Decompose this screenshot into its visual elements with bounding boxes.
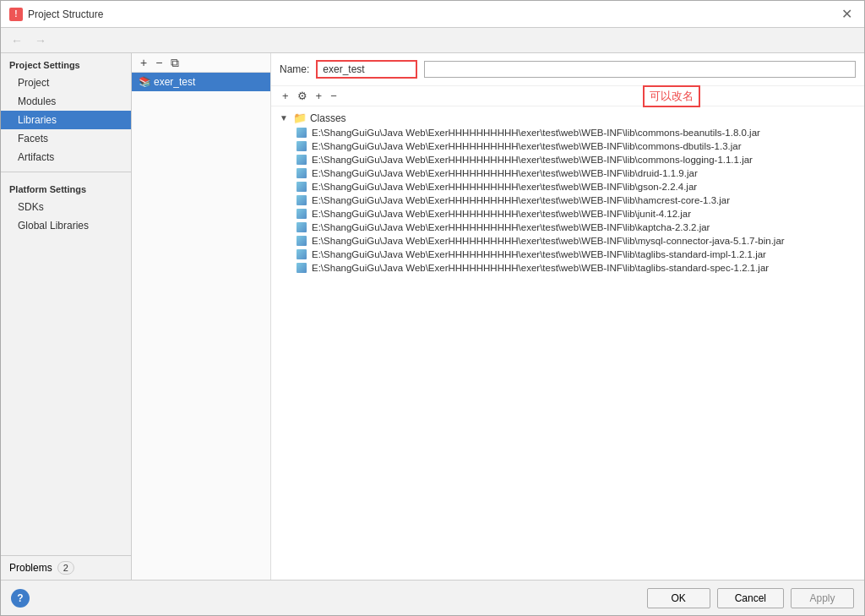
library-icon: 📚 bbox=[139, 76, 150, 88]
name-input-extra[interactable] bbox=[424, 61, 856, 78]
apply-button[interactable]: Apply bbox=[791, 588, 854, 608]
library-detail: 可以改名 Name: + ⚙ + − bbox=[271, 53, 864, 580]
remove-library-button[interactable]: − bbox=[152, 56, 166, 69]
chevron-down-icon: ▼ bbox=[280, 113, 288, 123]
main-panel: + − ⧉ 📚 exer_test 可以改名 Name: bbox=[132, 53, 864, 580]
window-title: Project Structure bbox=[28, 8, 103, 20]
name-row: Name: bbox=[271, 53, 864, 86]
jar-path-9: E:\ShangGuiGu\Java Web\ExerHHHHHHHHHH\ex… bbox=[312, 249, 766, 259]
folder-icon: 📁 bbox=[293, 112, 307, 124]
name-input[interactable] bbox=[316, 60, 417, 79]
tree-child-node: E:\ShangGuiGu\Java Web\ExerHHHHHHHHHH\ex… bbox=[271, 180, 864, 194]
jar-icon-2 bbox=[296, 155, 307, 165]
back-button[interactable]: ← bbox=[8, 32, 26, 49]
jar-icon-10 bbox=[296, 263, 307, 273]
project-settings-title: Project Settings bbox=[1, 53, 131, 74]
title-bar-left: ! Project Structure bbox=[9, 8, 103, 21]
jar-icon-7 bbox=[296, 222, 307, 232]
cancel-button[interactable]: Cancel bbox=[717, 588, 784, 608]
jar-icon-5 bbox=[296, 195, 307, 205]
problems-badge: 2 bbox=[57, 561, 74, 575]
sidebar-item-facets[interactable]: Facets bbox=[1, 129, 131, 148]
jar-path-6: E:\ShangGuiGu\Java Web\ExerHHHHHHHHHH\ex… bbox=[312, 209, 691, 219]
split-panel: + − ⧉ 📚 exer_test 可以改名 Name: bbox=[132, 53, 864, 580]
sidebar-item-global-libraries[interactable]: Global Libraries bbox=[1, 216, 131, 235]
sidebar-item-modules[interactable]: Modules bbox=[1, 92, 131, 111]
tree-child-node: E:\ShangGuiGu\Java Web\ExerHHHHHHHHHH\ex… bbox=[271, 207, 864, 221]
forward-button[interactable]: → bbox=[31, 32, 50, 49]
list-toolbar: + − ⧉ bbox=[132, 53, 270, 73]
jar-path-0: E:\ShangGuiGu\Java Web\ExerHHHHHHHHHH\ex… bbox=[312, 128, 760, 138]
library-item-label: exer_test bbox=[154, 76, 195, 88]
jar-path-2: E:\ShangGuiGu\Java Web\ExerHHHHHHHHHH\ex… bbox=[312, 155, 753, 165]
jar-path-3: E:\ShangGuiGu\Java Web\ExerHHHHHHHHHH\ex… bbox=[312, 168, 698, 178]
library-list: + − ⧉ 📚 exer_test bbox=[132, 53, 271, 580]
content-area: Project Settings Project Modules Librari… bbox=[1, 53, 864, 580]
jar-icon-1 bbox=[296, 141, 307, 151]
sidebar-item-libraries[interactable]: Libraries bbox=[1, 111, 131, 129]
classes-tree: ▼ 📁 Classes E:\ShangGuiGu\Java Web\ExerH… bbox=[271, 106, 864, 580]
jar-path-1: E:\ShangGuiGu\Java Web\ExerHHHHHHHHHH\ex… bbox=[312, 141, 742, 151]
jar-icon-9 bbox=[296, 249, 307, 259]
tree-child-node: E:\ShangGuiGu\Java Web\ExerHHHHHHHHHH\ex… bbox=[271, 126, 864, 139]
nav-bar: ← → bbox=[1, 28, 864, 53]
jar-path-5: E:\ShangGuiGu\Java Web\ExerHHHHHHHHHH\ex… bbox=[312, 195, 730, 205]
app-icon: ! bbox=[9, 8, 23, 21]
tree-child-node: E:\ShangGuiGu\Java Web\ExerHHHHHHHHHH\ex… bbox=[271, 153, 864, 166]
tree-child-node: E:\ShangGuiGu\Java Web\ExerHHHHHHHHHH\ex… bbox=[271, 261, 864, 275]
sidebar-item-artifacts[interactable]: Artifacts bbox=[1, 148, 131, 166]
tree-child-node: E:\ShangGuiGu\Java Web\ExerHHHHHHHHHH\ex… bbox=[271, 194, 864, 207]
add-library-button[interactable]: + bbox=[137, 56, 150, 69]
jar-icon-6 bbox=[296, 209, 307, 219]
help-button[interactable]: ? bbox=[11, 589, 30, 608]
library-list-item[interactable]: 📚 exer_test bbox=[132, 73, 270, 91]
jar-icon-8 bbox=[296, 236, 307, 246]
tree-add2-button[interactable]: + bbox=[313, 89, 325, 103]
tree-child-node: E:\ShangGuiGu\Java Web\ExerHHHHHHHHHH\ex… bbox=[271, 139, 864, 153]
jar-path-10: E:\ShangGuiGu\Java Web\ExerHHHHHHHHHH\ex… bbox=[312, 263, 769, 273]
copy-library-button[interactable]: ⧉ bbox=[167, 56, 182, 69]
problems-label: Problems bbox=[9, 562, 52, 574]
tree-root-node: ▼ 📁 Classes bbox=[271, 110, 864, 126]
sidebar-item-sdks[interactable]: SDKs bbox=[1, 198, 131, 216]
tree-child-node: E:\ShangGuiGu\Java Web\ExerHHHHHHHHHH\ex… bbox=[271, 221, 864, 234]
close-button[interactable]: ✕ bbox=[838, 8, 856, 21]
sidebar: Project Settings Project Modules Librari… bbox=[1, 53, 132, 580]
jar-path-4: E:\ShangGuiGu\Java Web\ExerHHHHHHHHHH\ex… bbox=[312, 182, 697, 192]
title-bar: ! Project Structure ✕ bbox=[1, 1, 864, 28]
project-structure-dialog: ! Project Structure ✕ ← → Project Settin… bbox=[0, 0, 865, 616]
jar-path-8: E:\ShangGuiGu\Java Web\ExerHHHHHHHHHH\ex… bbox=[312, 236, 785, 246]
sidebar-divider bbox=[1, 172, 131, 172]
tree-toolbar: + ⚙ + − bbox=[271, 86, 864, 106]
jar-path-7: E:\ShangGuiGu\Java Web\ExerHHHHHHHHHH\ex… bbox=[312, 222, 710, 232]
tree-child-node: E:\ShangGuiGu\Java Web\ExerHHHHHHHHHH\ex… bbox=[271, 166, 864, 180]
jar-icon-3 bbox=[296, 168, 307, 178]
jar-icon-4 bbox=[296, 182, 307, 192]
dialog-footer: ? OK Cancel Apply bbox=[1, 580, 864, 615]
platform-settings-title: Platform Settings bbox=[1, 177, 131, 198]
tree-child-node: E:\ShangGuiGu\Java Web\ExerHHHHHHHHHH\ex… bbox=[271, 234, 864, 248]
tree-root-label: Classes bbox=[310, 112, 346, 124]
jar-icon-0 bbox=[296, 128, 307, 138]
tree-add-button[interactable]: + bbox=[280, 89, 291, 103]
tree-settings-button[interactable]: ⚙ bbox=[295, 89, 310, 103]
ok-button[interactable]: OK bbox=[647, 588, 710, 608]
tree-child-node: E:\ShangGuiGu\Java Web\ExerHHHHHHHHHH\ex… bbox=[271, 248, 864, 261]
sidebar-problems[interactable]: Problems 2 bbox=[1, 555, 131, 580]
tree-remove-button[interactable]: − bbox=[328, 89, 340, 103]
sidebar-item-project[interactable]: Project bbox=[1, 74, 131, 92]
name-label: Name: bbox=[280, 63, 309, 75]
